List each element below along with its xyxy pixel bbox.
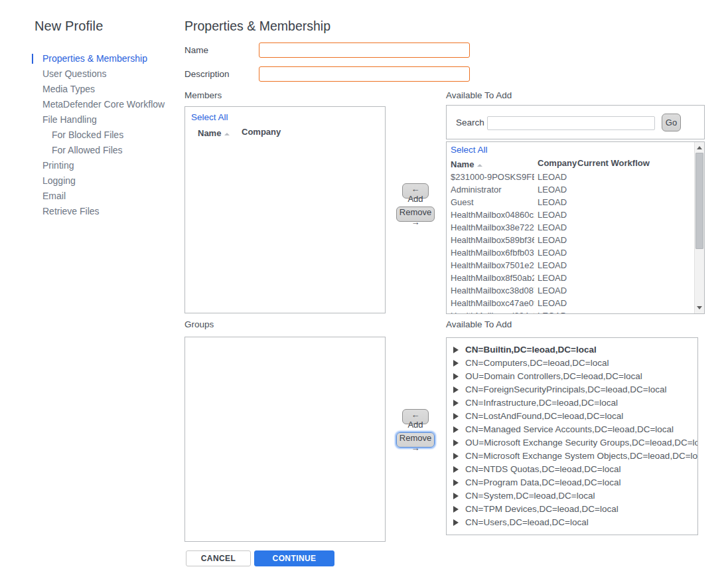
available-users-label: Available To Add [446,90,512,100]
expand-arrow-icon[interactable] [453,386,459,393]
expand-arrow-icon[interactable] [453,506,459,513]
profile-section-nav: Properties & MembershipUser QuestionsMed… [32,51,184,219]
sidebar-item-label: Email [42,191,66,201]
group-tree-item[interactable]: CN=Program Data,DC=leoad,DC=local [447,476,697,489]
expand-arrow-icon[interactable] [453,453,459,459]
expand-arrow-icon[interactable] [453,440,459,446]
group-tree-item[interactable]: OU=Microsoft Exchange Security Groups,DC… [447,436,697,450]
new-profile-page: New Profile Properties & MembershipUser … [0,0,728,583]
sidebar-item-for-allowed-files[interactable]: For Allowed Files [32,143,184,158]
group-tree-item[interactable]: CN=Managed Service Accounts,DC=leoad,DC=… [447,423,697,436]
scroll-up-icon[interactable] [697,146,702,149]
expand-arrow-icon[interactable] [453,347,459,353]
user-row[interactable]: HealthMailbox8f50ab2LEOAD [451,272,690,284]
user-row[interactable]: GuestLEOAD [451,196,690,208]
expand-arrow-icon[interactable] [453,426,459,433]
users-company-header[interactable]: Company [538,158,577,168]
group-tree-item[interactable]: CN=System,DC=leoad,DC=local [447,489,697,503]
user-company: LEOAD [538,208,567,221]
active-indicator-bar [32,54,33,64]
group-dn-label: CN=ForeignSecurityPrincipals,DC=leoad,DC… [465,384,667,394]
expand-arrow-icon[interactable] [453,400,459,406]
user-company: LEOAD [538,284,567,297]
user-row[interactable]: HealthMailbox589bf36LEOAD [451,234,690,246]
members-name-header[interactable]: Name [198,128,230,138]
sidebar-item-printing[interactable]: Printing [32,158,184,173]
members-select-all-link[interactable]: Select All [191,112,228,122]
group-dn-label: CN=LostAndFound,DC=leoad,DC=local [465,411,623,421]
user-row[interactable]: $231000-9POSKS9FE7H3LEOAD [451,171,690,183]
user-row[interactable]: HealthMailbox6fbfb03LEOAD [451,246,690,259]
user-company: LEOAD [538,259,567,272]
sidebar-item-user-questions[interactable]: User Questions [32,66,184,82]
expand-arrow-icon[interactable] [453,479,459,486]
remove-groups-button[interactable]: Remove → [396,432,435,448]
members-company-header[interactable]: Company [242,127,281,137]
description-input[interactable] [259,66,470,82]
expand-arrow-icon[interactable] [453,519,459,526]
user-row[interactable]: AdministratorLEOAD [451,183,690,196]
sidebar-item-logging[interactable]: Logging [32,173,184,189]
expand-arrow-icon[interactable] [453,493,459,499]
name-input[interactable] [259,42,470,58]
group-tree-item[interactable]: CN=ForeignSecurityPrincipals,DC=leoad,DC… [447,383,697,396]
user-row[interactable]: HealthMailboxcd884c9LEOAD [451,309,690,314]
users-workflow-header[interactable]: Current Workflow [577,158,650,168]
add-groups-button[interactable]: ← Add [402,409,429,424]
sort-asc-icon [477,164,482,167]
sidebar-item-email[interactable]: Email [32,189,184,204]
scroll-down-icon[interactable] [697,306,702,309]
user-name: HealthMailbox6fbfb03 [451,246,534,259]
users-select-all-link[interactable]: Select All [451,145,488,155]
groups-listbox[interactable] [184,337,386,542]
sidebar-item-media-types[interactable]: Media Types [32,82,184,97]
group-tree-item[interactable]: CN=Infrastructure,DC=leoad,DC=local [447,396,697,410]
sidebar-item-retrieve-files[interactable]: Retrieve Files [32,204,184,219]
available-users-listbox[interactable]: Select All Name Company Current Workflow… [446,141,705,314]
group-dn-label: CN=NTDS Quotas,DC=leoad,DC=local [465,464,620,474]
user-row[interactable]: HealthMailbox7501e27LEOAD [451,259,690,272]
group-tree-item[interactable]: CN=Builtin,DC=leoad,DC=local [447,343,697,357]
available-groups-label: Available To Add [446,319,512,329]
group-tree-item[interactable]: OU=Domain Controllers,DC=leoad,DC=local [447,370,697,383]
expand-arrow-icon[interactable] [453,360,459,367]
description-label: Description [184,69,230,79]
group-tree-item[interactable]: CN=Microsoft Exchange System Objects,DC=… [447,450,697,463]
user-name: HealthMailbox7501e27 [451,259,534,272]
cancel-button[interactable]: CANCEL [186,550,251,566]
sidebar-item-label: MetaDefender Core Workflow [42,99,165,110]
expand-arrow-icon[interactable] [453,413,459,420]
group-tree-item[interactable]: CN=LostAndFound,DC=leoad,DC=local [447,410,697,423]
group-dn-label: CN=Microsoft Exchange System Objects,DC=… [465,451,698,461]
user-company: LEOAD [538,196,567,208]
scrollbar-thumb[interactable] [695,153,703,249]
group-tree-item[interactable]: CN=TPM Devices,DC=leoad,DC=local [447,503,697,516]
sidebar-item-metadefender-core-workflow[interactable]: MetaDefender Core Workflow [32,97,184,112]
expand-arrow-icon[interactable] [453,466,459,473]
group-tree-item[interactable]: CN=Computers,DC=leoad,DC=local [447,357,697,370]
available-groups-tree[interactable]: CN=Builtin,DC=leoad,DC=localCN=Computers… [446,337,698,535]
continue-button[interactable]: CONTINUE [254,550,334,566]
sidebar-item-file-handling[interactable]: File Handling [32,112,184,127]
user-row[interactable]: HealthMailboxc38d087LEOAD [451,284,690,297]
users-scrollbar[interactable] [694,142,704,313]
group-tree-item[interactable]: CN=Users,DC=leoad,DC=local [447,516,697,529]
users-name-header[interactable]: Name [451,159,482,169]
remove-members-button[interactable]: Remove → [396,207,435,222]
group-dn-label: CN=Builtin,DC=leoad,DC=local [465,345,597,355]
user-name: HealthMailboxc38d087 [451,284,534,297]
sidebar-item-for-blocked-files[interactable]: For Blocked Files [32,127,184,143]
user-row[interactable]: HealthMailboxc47ae0fLEOAD [451,297,690,309]
members-listbox[interactable]: Select All Name Company [184,106,386,313]
sidebar-item-properties-membership[interactable]: Properties & Membership [32,51,184,66]
user-row[interactable]: HealthMailbox04860c2LEOAD [451,208,690,221]
name-label: Name [184,45,208,55]
go-button[interactable]: Go [662,114,681,131]
user-row[interactable]: HealthMailbox38e7223LEOAD [451,221,690,234]
group-tree-item[interactable]: CN=NTDS Quotas,DC=leoad,DC=local [447,463,697,476]
expand-arrow-icon[interactable] [453,373,459,380]
group-dn-label: CN=System,DC=leoad,DC=local [465,491,595,501]
add-members-button[interactable]: ← Add [402,183,429,199]
search-input[interactable] [487,116,655,130]
groups-label: Groups [184,319,214,329]
